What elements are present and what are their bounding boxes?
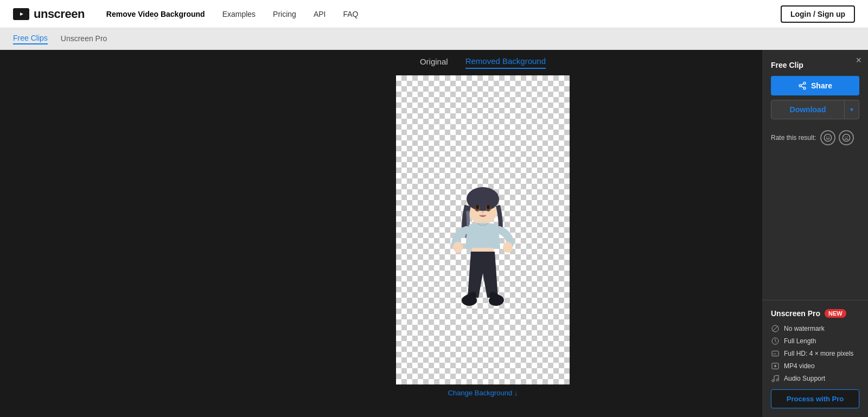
- svg-point-3: [467, 187, 499, 211]
- full-length-icon: [771, 337, 780, 345]
- svg-point-16: [803, 87, 806, 89]
- share-button[interactable]: Share: [771, 76, 859, 95]
- close-button[interactable]: ×: [856, 55, 861, 65]
- svg-point-24: [847, 137, 848, 138]
- center-content: Original Removed Background: [203, 50, 762, 417]
- download-dropdown-button[interactable]: ▾: [845, 100, 859, 119]
- tab-original[interactable]: Original: [420, 56, 448, 69]
- svg-rect-11: [472, 248, 494, 252]
- nav-caret: [152, 17, 159, 21]
- svg-point-22: [843, 134, 850, 141]
- left-area: [0, 50, 203, 417]
- video-preview: [396, 75, 570, 384]
- sub-nav: Free Clips Unscreen Pro: [0, 28, 868, 50]
- character-figure: [439, 178, 526, 352]
- pro-features-list: No watermark Full Length HD Full HD: 4 ×…: [771, 324, 859, 383]
- sub-nav-free-clips[interactable]: Free Clips: [13, 34, 48, 44]
- mp4-icon: [771, 362, 780, 370]
- nav-examples[interactable]: Examples: [222, 10, 256, 18]
- nav-api[interactable]: API: [314, 10, 326, 18]
- svg-point-10: [503, 242, 513, 253]
- share-icon: [798, 81, 807, 90]
- sad-icon: [842, 133, 851, 142]
- svg-line-18: [801, 84, 804, 85]
- process-pro-button[interactable]: Process with Pro: [771, 389, 859, 408]
- header-right: Login / Sign up: [781, 5, 855, 23]
- svg-point-20: [827, 137, 828, 138]
- rate-sad-button[interactable]: [839, 130, 854, 145]
- svg-line-17: [801, 86, 804, 88]
- feature-no-watermark: No watermark: [771, 324, 859, 333]
- main-nav: Remove Video Background Examples Pricing…: [106, 10, 781, 18]
- change-background-link[interactable]: Change Background ↓: [448, 388, 518, 397]
- rate-icons: [820, 130, 854, 145]
- svg-point-23: [845, 137, 846, 138]
- feature-full-hd: HD Full HD: 4 × more pixels: [771, 349, 859, 358]
- svg-point-33: [776, 379, 778, 381]
- logo-text: unscreen: [34, 7, 85, 21]
- pro-section: Unscreen Pro NEW No watermark Full: [762, 300, 868, 417]
- header: unscreen Remove Video Background Example…: [0, 0, 868, 28]
- download-row: Download ▾: [771, 100, 859, 119]
- happy-icon: [824, 133, 832, 142]
- pro-header: Unscreen Pro NEW: [771, 309, 859, 318]
- feature-mp4: MP4 video: [771, 362, 859, 370]
- svg-point-7: [487, 205, 490, 209]
- new-badge: NEW: [825, 309, 846, 318]
- nav-faq[interactable]: FAQ: [343, 10, 358, 18]
- pro-title: Unscreen Pro: [771, 309, 820, 318]
- free-clip-label: Free Clip: [771, 61, 859, 69]
- svg-point-9: [453, 242, 463, 253]
- sub-nav-unscreen-pro[interactable]: Unscreen Pro: [61, 34, 107, 44]
- svg-line-26: [773, 326, 777, 331]
- svg-marker-31: [775, 364, 777, 367]
- rate-happy-button[interactable]: [820, 130, 835, 145]
- share-label: Share: [811, 81, 832, 90]
- download-button[interactable]: Download: [771, 100, 845, 119]
- svg-point-19: [825, 134, 832, 141]
- nav-pricing[interactable]: Pricing: [273, 10, 296, 18]
- logo-icon: [13, 8, 29, 20]
- svg-text:HD: HD: [773, 352, 776, 355]
- feature-audio: Audio Support: [771, 374, 859, 383]
- svg-point-32: [772, 380, 774, 382]
- svg-point-14: [803, 82, 806, 84]
- main-area: Original Removed Background: [0, 50, 868, 417]
- change-bg-anchor[interactable]: Change Background ↓: [448, 389, 518, 397]
- view-tabs: Original Removed Background: [420, 56, 546, 69]
- rate-label: Rate this result:: [771, 134, 816, 142]
- nav-remove-bg[interactable]: Remove Video Background: [106, 10, 205, 18]
- right-panel: × Free Clip Share Download ▾ Rate this r…: [762, 50, 868, 417]
- svg-point-21: [829, 137, 830, 138]
- audio-icon: [771, 374, 780, 383]
- svg-point-8: [481, 215, 485, 217]
- tab-removed-background[interactable]: Removed Background: [465, 56, 546, 69]
- feature-full-length: Full Length: [771, 337, 859, 345]
- rate-section: Rate this result:: [771, 130, 859, 145]
- login-button[interactable]: Login / Sign up: [781, 5, 855, 23]
- svg-point-6: [476, 205, 479, 209]
- logo-link[interactable]: unscreen: [13, 7, 85, 21]
- full-hd-icon: HD: [771, 349, 780, 358]
- svg-point-15: [799, 85, 801, 87]
- process-pro-label: Process with Pro: [787, 395, 844, 403]
- no-watermark-icon: [771, 324, 780, 333]
